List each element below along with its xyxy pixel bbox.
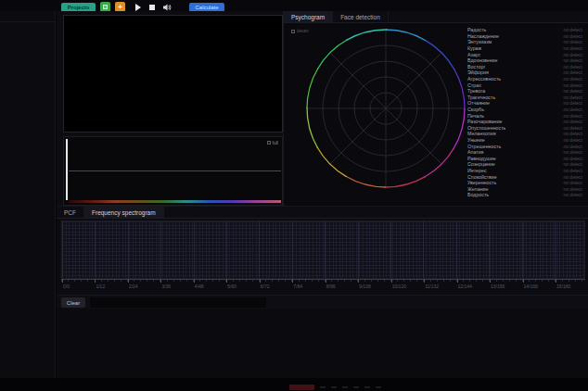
tab-pcf[interactable]: PCF — [57, 207, 84, 218]
emotion-label: Энтузиазм — [467, 39, 492, 44]
time-tick — [424, 279, 425, 283]
emotion-row[interactable]: Отрешенностьno detect — [466, 143, 584, 149]
emotion-label: Апатия — [467, 149, 483, 155]
time-tick-label: 3/36 — [161, 284, 171, 289]
tab-psychogram[interactable]: Psychogram — [284, 11, 333, 22]
emotion-value: no detect — [563, 27, 582, 32]
emotion-row[interactable]: Страхno detect — [466, 82, 584, 88]
time-tick — [260, 279, 261, 283]
taskbar-item[interactable] — [289, 385, 314, 390]
emotion-label: Опустошенность — [467, 125, 505, 131]
time-tick-label: 13/156 — [491, 284, 505, 289]
sidebar-divider — [0, 21, 55, 22]
emotion-label: Уверенность — [467, 180, 496, 185]
emotion-label: Наслаждение — [467, 33, 499, 39]
emotion-value: no detect — [563, 125, 582, 131]
emotion-row[interactable]: Вдохновениеno detect — [466, 57, 584, 64]
emotion-row[interactable]: Равнодушиеno detect — [466, 155, 584, 161]
emotion-label: Азарт — [467, 52, 480, 57]
emotion-label: Эйфория — [467, 69, 489, 75]
emotion-label: Созерцание — [467, 161, 495, 167]
tab-face-detection[interactable]: Face detection — [333, 11, 389, 22]
emotion-row[interactable]: Печальno detect — [466, 112, 584, 119]
time-tick — [326, 279, 326, 283]
emotion-value: no detect — [563, 168, 582, 173]
emotion-value: no detect — [563, 82, 582, 88]
spectrogram-tabbar: PCF Frequency spectrogram — [57, 207, 588, 219]
time-tick — [128, 279, 129, 283]
emotion-row[interactable]: Агрессивностьno detect — [466, 76, 584, 82]
emotion-row[interactable]: Уверенностьno detect — [466, 180, 584, 186]
waveform-panel[interactable]: full — [63, 136, 283, 206]
time-tick — [523, 279, 524, 283]
emotion-row[interactable]: Наслаждениеno detect — [466, 33, 584, 40]
emotion-row[interactable]: Отчаяниеno detect — [466, 100, 584, 107]
emotion-value: no detect — [563, 45, 582, 51]
volume-button[interactable] — [163, 4, 172, 11]
full-label: full — [273, 140, 278, 145]
playhead-cursor[interactable] — [66, 139, 68, 200]
waveform-zero-line — [69, 170, 281, 171]
emotion-row[interactable]: Энтузиазмno detect — [466, 39, 584, 45]
emotion-value: no detect — [563, 69, 582, 75]
clear-button[interactable]: Clear — [61, 297, 85, 308]
emotion-value: no detect — [563, 137, 582, 143]
stop-button[interactable] — [149, 5, 155, 10]
time-tick-label: 11/132 — [425, 284, 439, 289]
emotion-row[interactable]: Куражno detect — [466, 45, 584, 52]
waveform-color-strip — [69, 200, 281, 203]
emotion-label: Бодрость — [467, 192, 489, 197]
time-tick-label: 2/24 — [129, 284, 138, 289]
time-tick — [358, 279, 359, 283]
time-tick-label: 10/120 — [392, 284, 406, 289]
emotion-list: Радостьno detectНаслаждениеno detectЭнту… — [466, 27, 584, 202]
time-tick-label: 6/72 — [261, 284, 270, 289]
emotion-label: Равнодушие — [467, 156, 496, 161]
emotion-label: Восторг — [467, 64, 485, 69]
play-button[interactable] — [135, 4, 141, 11]
emotion-label: Отчаяние — [467, 100, 490, 106]
emotion-label: Печаль — [467, 113, 484, 119]
time-tick-label: 9/108 — [359, 284, 371, 289]
time-tick-label: 14/168 — [524, 284, 538, 289]
results-input-strip — [90, 297, 266, 308]
time-tick-label: 12/144 — [458, 284, 472, 289]
emotion-value: no detect — [563, 186, 582, 192]
full-toggle[interactable]: full — [267, 140, 278, 145]
emotion-row[interactable]: Опустошенностьno detect — [466, 125, 584, 132]
emotion-row[interactable]: Уныниеno detect — [466, 137, 584, 144]
projects-button[interactable]: Projects — [61, 3, 96, 12]
psychogram-tabbar: Psychogram Face detection — [284, 11, 588, 23]
time-tick-label: 1/12 — [96, 284, 105, 289]
results-panel: Clear — [57, 295, 588, 378]
time-axis: 0/01/122/243/364/485/606/727/848/969/108… — [61, 279, 585, 292]
emotion-row[interactable]: Азартno detect — [466, 51, 584, 57]
emotion-row[interactable]: Спокойствиеno detect — [466, 173, 584, 180]
emotion-row[interactable]: Тревогаno detect — [466, 88, 584, 95]
video-preview[interactable] — [63, 15, 283, 132]
emotion-row[interactable]: Разочарованиеno detect — [466, 119, 584, 125]
full-checkbox[interactable] — [267, 141, 271, 145]
emotion-row[interactable]: Скорбьno detect — [466, 107, 584, 113]
emotion-value: no detect — [563, 88, 582, 94]
emotion-row[interactable]: Трагичностьno detect — [466, 95, 584, 101]
emotion-row[interactable]: Меланхолияno detect — [466, 131, 584, 137]
emotion-row[interactable]: Созерцаниеno detect — [466, 161, 584, 168]
spectrogram-grid[interactable] — [61, 221, 585, 279]
time-tick — [226, 279, 227, 283]
emotion-label: Меланхолия — [467, 131, 496, 136]
emotion-row[interactable]: Бодростьno detect — [466, 192, 584, 198]
calculate-button[interactable]: Calculate — [189, 3, 224, 12]
decart-checkbox[interactable] — [291, 30, 295, 33]
emotion-row[interactable]: Интересno detect — [466, 168, 584, 174]
emotion-row[interactable]: Эйфорияno detect — [466, 69, 584, 76]
emotion-row[interactable]: Желаниеno detect — [466, 185, 584, 192]
emotion-value: no detect — [563, 107, 582, 112]
emotion-row[interactable]: Апатияno detect — [466, 149, 584, 156]
emotion-label: Тревога — [467, 88, 485, 94]
tab-frequency-spectrogram[interactable]: Frequency spectrogram — [84, 207, 164, 218]
time-tick-label: 7/84 — [293, 284, 302, 289]
project-tree-sidebar[interactable] — [0, 11, 56, 378]
emotion-row[interactable]: Радостьno detect — [466, 27, 584, 33]
emotion-row[interactable]: Восторгno detect — [466, 64, 584, 70]
